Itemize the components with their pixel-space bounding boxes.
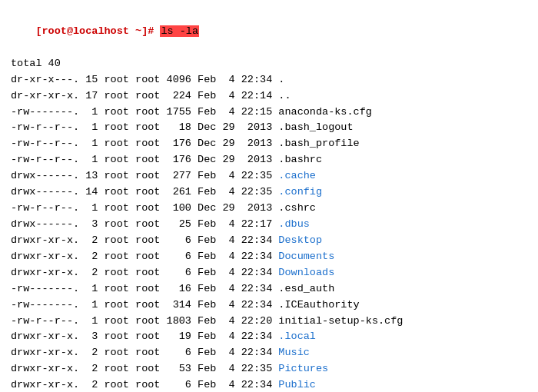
file-meta: drwxr-xr-x. 2 root root 53 Feb 4 22:35 <box>11 363 278 374</box>
prompt-line: [root@localhost ~]# ls -la <box>11 8 527 56</box>
file-meta: dr-xr-x---. 15 root root 4096 Feb 4 22:3… <box>11 74 278 85</box>
file-name: .esd_auth <box>278 283 334 294</box>
list-item: dr-xr-xr-x. 17 root root 224 Feb 4 22:14… <box>11 88 527 105</box>
file-name: .cshrc <box>278 202 316 214</box>
list-item: -rw-r--r--. 1 root root 100 Dec 29 2013 … <box>11 201 527 217</box>
list-item: drwxr-xr-x. 2 root root 6 Feb 4 22:34 Mu… <box>11 345 527 361</box>
file-name: .bash_profile <box>278 138 359 149</box>
list-item: drwxr-xr-x. 3 root root 19 Feb 4 22:34 .… <box>11 329 527 345</box>
file-meta: drwxr-xr-x. 2 root root 6 Feb 4 22:34 <box>11 267 278 278</box>
file-name: . <box>278 74 284 85</box>
list-item: drwxr-xr-x. 2 root root 6 Feb 4 22:34 Pu… <box>11 377 527 392</box>
file-meta: dr-xr-xr-x. 17 root root 224 Feb 4 22:14 <box>11 90 278 101</box>
file-name: Downloads <box>278 267 334 278</box>
file-name: .bash_logout <box>278 121 353 133</box>
list-item: -rw-------. 1 root root 16 Feb 4 22:34 .… <box>11 281 527 297</box>
list-item: -rw-r--r--. 1 root root 18 Dec 29 2013 .… <box>11 120 527 136</box>
list-item: -rw-------. 1 root root 1755 Feb 4 22:15… <box>11 105 527 121</box>
file-meta: -rw-------. 1 root root 314 Feb 4 22:34 <box>11 299 278 311</box>
list-item: drwx------. 14 root root 261 Feb 4 22:35… <box>11 184 527 201</box>
list-item: drwxr-xr-x. 2 root root 53 Feb 4 22:35 P… <box>11 361 527 377</box>
file-name: .bashrc <box>278 154 322 165</box>
file-meta: drwxr-xr-x. 3 root root 19 Feb 4 22:34 <box>11 331 278 342</box>
file-meta: drwxr-xr-x. 2 root root 6 Feb 4 22:34 <box>11 347 278 358</box>
file-meta: -rw-r--r--. 1 root root 18 Dec 29 2013 <box>11 121 278 133</box>
terminal-window: [root@localhost ~]# ls -la total 40 dr-x… <box>11 8 527 392</box>
file-meta: -rw-------. 1 root root 1755 Feb 4 22:15 <box>11 106 278 118</box>
file-meta: drwxr-xr-x. 2 root root 6 Feb 4 22:34 <box>11 234 278 246</box>
list-item: drwxr-xr-x. 2 root root 6 Feb 4 22:34 De… <box>11 233 527 249</box>
file-meta: drwx------. 3 root root 25 Feb 4 22:17 <box>11 218 278 230</box>
list-item: -rw-r--r--. 1 root root 176 Dec 29 2013 … <box>11 152 527 168</box>
file-name: Documents <box>278 251 334 262</box>
file-name: .config <box>278 186 322 198</box>
file-meta: drwxr-xr-x. 2 root root 6 Feb 4 22:34 <box>11 251 278 262</box>
list-item: drwxr-xr-x. 2 root root 6 Feb 4 22:34 Do… <box>11 249 527 265</box>
file-meta: drwxr-xr-x. 2 root root 6 Feb 4 22:34 <box>11 379 278 390</box>
file-name: .. <box>278 90 291 101</box>
list-item: -rw-------. 1 root root 314 Feb 4 22:34 … <box>11 297 527 314</box>
file-meta: -rw-------. 1 root root 16 Feb 4 22:34 <box>11 283 278 294</box>
file-meta: -rw-r--r--. 1 root root 1803 Feb 4 22:20 <box>11 315 278 327</box>
prompt-user: [root@localhost ~]# <box>35 25 154 37</box>
list-item: drwxr-xr-x. 2 root root 6 Feb 4 22:34 Do… <box>11 265 527 281</box>
list-item: dr-xr-x---. 15 root root 4096 Feb 4 22:3… <box>11 72 527 88</box>
total-line: total 40 <box>11 56 527 72</box>
list-item: -rw-r--r--. 1 root root 176 Dec 29 2013 … <box>11 136 527 152</box>
command-highlight: ls -la <box>160 25 199 37</box>
file-name: .dbus <box>278 218 310 230</box>
file-name: initial-setup-ks.cfg <box>278 315 403 327</box>
list-item: -rw-r--r--. 1 root root 1803 Feb 4 22:20… <box>11 314 527 330</box>
file-meta: -rw-r--r--. 1 root root 176 Dec 29 2013 <box>11 138 278 149</box>
file-name: Public <box>278 379 316 390</box>
file-meta: -rw-r--r--. 1 root root 100 Dec 29 2013 <box>11 202 278 214</box>
file-name: anaconda-ks.cfg <box>278 106 372 118</box>
file-name: Desktop <box>278 234 322 246</box>
file-meta: drwx------. 14 root root 261 Feb 4 22:35 <box>11 186 278 198</box>
list-item: drwx------. 3 root root 25 Feb 4 22:17 .… <box>11 217 527 233</box>
file-name: .local <box>278 331 316 342</box>
file-meta: -rw-r--r--. 1 root root 176 Dec 29 2013 <box>11 154 278 165</box>
file-listing: dr-xr-x---. 15 root root 4096 Feb 4 22:3… <box>11 72 527 392</box>
file-name: Music <box>278 347 310 358</box>
list-item: drwx------. 13 root root 277 Feb 4 22:35… <box>11 168 527 184</box>
file-meta: drwx------. 13 root root 277 Feb 4 22:35 <box>11 170 278 181</box>
file-name: .cache <box>278 170 316 181</box>
file-name: Pictures <box>278 363 328 374</box>
file-name: .ICEauthority <box>278 299 359 311</box>
